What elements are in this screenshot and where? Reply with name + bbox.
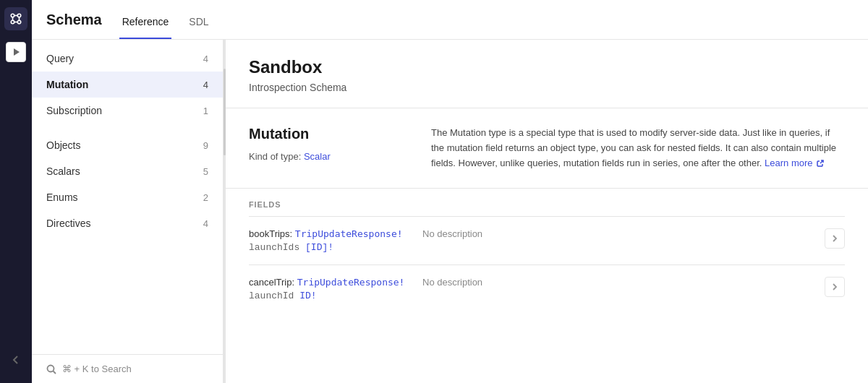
- svg-point-9: [48, 365, 54, 371]
- sidebar-item-count: 4: [203, 53, 208, 64]
- search-icon: [46, 364, 56, 374]
- svg-marker-8: [14, 48, 20, 56]
- learn-more-text: Learn more: [765, 158, 812, 168]
- mutation-name: Mutation: [249, 126, 408, 142]
- kind-label: Kind of type:: [249, 151, 301, 162]
- section-right: The Mutation type is a special type that…: [431, 126, 845, 171]
- svg-line-10: [54, 371, 56, 374]
- search-label: ⌘ + K to Search: [62, 363, 132, 374]
- sidebar-item-count: 4: [203, 79, 208, 90]
- field-row: bookTrips: TripUpdateResponse! launchIds…: [249, 216, 845, 264]
- sub-field-type-link[interactable]: ID!: [299, 291, 316, 301]
- sidebar-divider: [32, 124, 223, 132]
- scroll-indicator: [224, 40, 226, 383]
- sidebar-item-query[interactable]: Query 4: [32, 46, 223, 72]
- field-type-line: launchIds [ID]!: [249, 242, 408, 253]
- content-area: Query 4 Mutation 4 Subscription 1 Object…: [32, 40, 868, 383]
- arrow-right-icon: [832, 283, 838, 291]
- sidebar-item-label: Subscription: [46, 105, 102, 116]
- learn-more-link[interactable]: Learn more: [765, 158, 824, 168]
- play-button[interactable]: [6, 42, 26, 62]
- sidebar-items: Query 4 Mutation 4 Subscription 1 Object…: [32, 40, 223, 354]
- sidebar-item-label: Directives: [46, 218, 90, 229]
- sidebar-item-label: Scalars: [46, 165, 80, 177]
- svg-point-1: [17, 14, 21, 17]
- field-name: bookTrips: TripUpdateResponse!: [249, 228, 408, 239]
- tabs: Reference SDL: [119, 0, 226, 39]
- kind-value-link[interactable]: Scalar: [304, 151, 331, 162]
- mutation-description: The Mutation type is a special type that…: [431, 126, 845, 171]
- left-toolbar: [0, 0, 32, 383]
- sandbox-subtitle: Introspection Schema: [249, 82, 845, 93]
- section-left: Mutation Kind of type: Scalar: [249, 126, 408, 171]
- fields-label: FIELDS: [249, 189, 845, 216]
- sub-field-label: launchIds: [249, 242, 299, 253]
- header: Schema Reference SDL: [32, 0, 868, 40]
- sidebar-item-count: 4: [203, 218, 208, 229]
- field-arrow-button[interactable]: [825, 277, 845, 297]
- fields-section: FIELDS bookTrips: TripUpdateResponse! la…: [226, 189, 868, 313]
- sidebar-item-label: Objects: [46, 139, 80, 151]
- mutation-section: Mutation Kind of type: Scalar The Mutati…: [226, 108, 868, 189]
- sub-field-label: launchId: [249, 291, 294, 301]
- sidebar-item-label: Enums: [46, 192, 78, 203]
- field-left: cancelTrip: TripUpdateResponse! launchId…: [249, 277, 408, 301]
- main-content: Sandbox Introspection Schema Mutation Ki…: [226, 40, 868, 383]
- field-type-link[interactable]: TripUpdateResponse!: [297, 277, 405, 288]
- page-title: Schema: [46, 12, 102, 28]
- field-name: cancelTrip: TripUpdateResponse!: [249, 277, 408, 288]
- field-name-label: bookTrips:: [249, 228, 292, 239]
- field-left: bookTrips: TripUpdateResponse! launchIds…: [249, 228, 408, 253]
- sidebar-item-enums[interactable]: Enums 2: [32, 184, 223, 210]
- main-container: Schema Reference SDL Query 4 Mutation 4 …: [32, 0, 868, 383]
- svg-point-2: [11, 20, 14, 24]
- sidebar-item-count: 5: [203, 166, 208, 177]
- scroll-thumb: [224, 69, 226, 155]
- search-bar[interactable]: ⌘ + K to Search: [32, 354, 223, 383]
- external-link-icon: [817, 160, 824, 167]
- field-description: No description: [422, 277, 482, 288]
- content-header: Sandbox Introspection Schema: [226, 40, 868, 108]
- sidebar-item-directives[interactable]: Directives 4: [32, 210, 223, 236]
- sidebar-item-subscription[interactable]: Subscription 1: [32, 98, 223, 124]
- kind-of-type: Kind of type: Scalar: [249, 151, 408, 162]
- field-right: No description: [422, 228, 845, 249]
- field-type-line: launchId ID!: [249, 291, 408, 301]
- sidebar-item-count: 2: [203, 192, 208, 203]
- section-layout: Mutation Kind of type: Scalar The Mutati…: [249, 126, 845, 171]
- sidebar-item-objects[interactable]: Objects 9: [32, 132, 223, 158]
- field-type-link[interactable]: TripUpdateResponse!: [295, 228, 403, 239]
- sidebar-item-mutation[interactable]: Mutation 4: [32, 72, 223, 98]
- collapse-button[interactable]: [4, 348, 27, 371]
- arrow-right-icon: [832, 234, 838, 243]
- field-row: cancelTrip: TripUpdateResponse! launchId…: [249, 264, 845, 313]
- field-description: No description: [422, 228, 482, 239]
- tab-reference[interactable]: Reference: [119, 16, 172, 39]
- field-arrow-button[interactable]: [825, 228, 845, 249]
- svg-point-0: [11, 14, 14, 17]
- sidebar-item-count: 9: [203, 140, 208, 151]
- schema-icon[interactable]: [4, 7, 27, 30]
- tab-sdl[interactable]: SDL: [186, 16, 211, 39]
- sidebar: Query 4 Mutation 4 Subscription 1 Object…: [32, 40, 224, 383]
- sidebar-item-label: Mutation: [46, 79, 88, 90]
- sidebar-item-count: 1: [203, 106, 208, 116]
- sidebar-item-label: Query: [46, 53, 74, 64]
- svg-point-3: [17, 20, 21, 24]
- field-name-label: cancelTrip:: [249, 277, 294, 288]
- field-right: No description: [422, 277, 845, 297]
- sub-field-type-link[interactable]: [ID]!: [305, 242, 333, 253]
- sidebar-item-scalars[interactable]: Scalars 5: [32, 158, 223, 184]
- sandbox-title: Sandbox: [249, 57, 845, 77]
